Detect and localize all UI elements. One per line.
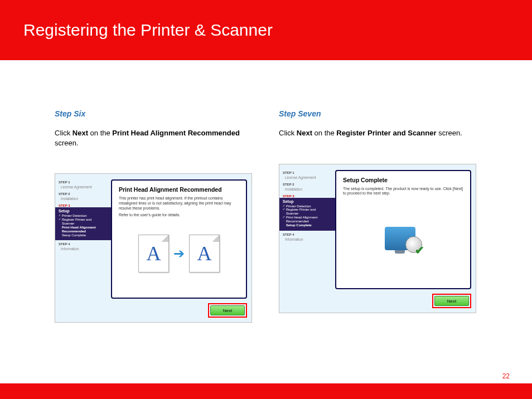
- sidebar-step1: STEP 1: [283, 171, 332, 174]
- content-area: Step Six Click Next on the Print Head Al…: [0, 60, 532, 323]
- next-button[interactable]: Next: [434, 296, 469, 306]
- sidebar-setup-block: Setup Printer Detection Register Printer…: [279, 198, 335, 231]
- step-instructions: Click Next on the Print Head Alignment R…: [55, 128, 252, 148]
- sidebar-step4: STEP 4: [283, 233, 332, 236]
- step-instructions: Click Next on the Register Printer and S…: [279, 128, 480, 138]
- sidebar-step2: STEP 2: [59, 192, 108, 196]
- sidebar-step4-sub: Information: [61, 247, 108, 251]
- wizard-panel: Print Head Alignment Recommended This pr…: [111, 179, 247, 299]
- next-button[interactable]: Next: [210, 305, 245, 315]
- column-step7: Step Seven Click Next on the Register Pr…: [279, 109, 480, 323]
- panel-text: The setup is completed. The product is n…: [343, 187, 463, 197]
- sidebar-step1: STEP 1: [59, 181, 108, 184]
- column-step6: Step Six Click Next on the Print Head Al…: [55, 109, 252, 323]
- page-footer: 22: [0, 383, 532, 399]
- sidebar-setup-block: Setup Printer Detection Register Printer…: [55, 207, 111, 240]
- page-header: Registering the Printer & Scanner: [0, 0, 532, 60]
- wizard-screenshot: STEP 1 License Agreement STEP 2 Installa…: [279, 164, 476, 313]
- panel-text: Refer to the user's guide for details.: [119, 213, 239, 218]
- wizard-sidebar: STEP 1 License Agreement STEP 2 Installa…: [279, 164, 335, 313]
- checkmark-icon: ✔: [415, 244, 425, 254]
- panel-title: Setup Complete: [343, 177, 463, 183]
- sidebar-step4-sub: Information: [285, 237, 332, 241]
- step-label: Step Six: [55, 109, 252, 118]
- page-after-icon: A: [189, 235, 220, 273]
- wizard-sidebar: STEP 1 License Agreement STEP 2 Installa…: [55, 174, 111, 322]
- panel-text: This printer has print head alignment. I…: [119, 196, 239, 211]
- page-number: 22: [502, 372, 510, 380]
- disc-icon: ✔: [405, 236, 422, 253]
- setup-complete-illustration: ✔: [343, 224, 463, 253]
- wizard-screenshot: STEP 1 License Agreement STEP 2 Installa…: [55, 173, 252, 323]
- wizard-panel: Setup Complete The setup is completed. T…: [335, 170, 471, 289]
- panel-title: Print Head Alignment Recommended: [119, 186, 239, 193]
- sidebar-step1-sub: License Agreement: [61, 185, 108, 189]
- next-highlight: Next: [432, 294, 471, 308]
- sidebar-step1-sub: License Agreement: [285, 176, 332, 179]
- sidebar-step2-sub: Installation: [285, 187, 332, 191]
- next-highlight: Next: [208, 303, 247, 318]
- step-label: Step Seven: [279, 109, 480, 118]
- arrow-right-icon: ➔: [173, 246, 185, 261]
- sidebar-step2: STEP 2: [283, 183, 332, 186]
- alignment-illustration: A ➔ A: [119, 235, 239, 273]
- sidebar-step4: STEP 4: [59, 242, 108, 246]
- page-title: Registering the Printer & Scanner: [23, 21, 273, 40]
- page-before-icon: A: [138, 235, 169, 273]
- sidebar-step2-sub: Installation: [61, 197, 108, 201]
